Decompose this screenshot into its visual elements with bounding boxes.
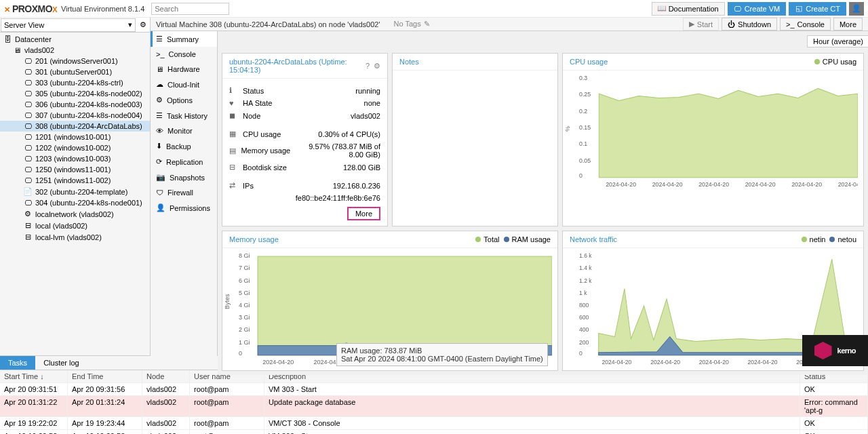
node-icon: 🖥 <box>12 46 22 54</box>
node-icon: 🖵 <box>23 176 33 184</box>
shutdown-button[interactable]: ⏻Shutdown <box>722 18 777 31</box>
node-label: 308 (ubuntu-2204-ArcDataLabs) <box>35 122 142 130</box>
tree-node[interactable]: ⚙localnetwork (vlads002) <box>0 208 150 220</box>
view-selector[interactable]: Server View▾ <box>1 18 136 32</box>
tree-node[interactable]: 🖵1250 (windows11-001) <box>0 164 150 175</box>
log-header-cell[interactable]: End Time <box>68 370 142 382</box>
tab-hardware[interactable]: 🖥Hardware <box>151 62 217 77</box>
tree-node[interactable]: 🖵306 (ubuntu-2204-k8s-node003) <box>0 99 150 110</box>
top-bar: ✕ PROXMOX Virtual Environment 8.1.4 📖Doc… <box>0 0 868 18</box>
gear-icon: ⚙ <box>140 20 146 29</box>
logo: ✕ PROXMOX <box>4 3 57 14</box>
tree-node[interactable]: 🖵1203 (windows10-003) <box>0 153 150 164</box>
tab-icon: 👁 <box>156 127 163 135</box>
tasks-tab[interactable]: Tasks <box>0 356 35 370</box>
tab-cloud-init[interactable]: ☁Cloud-Init <box>151 77 217 92</box>
svg-text:0: 0 <box>239 350 242 357</box>
tab-options[interactable]: ⚙Options <box>151 92 217 108</box>
node-icon: 🖵 <box>23 79 33 87</box>
tab-snapshots[interactable]: 📷Snapshots <box>151 170 217 185</box>
create-vm-button[interactable]: 🖵Create VM <box>728 2 787 16</box>
tree-node[interactable]: ⊟local (vlads002) <box>0 220 150 231</box>
help-icon[interactable]: ? <box>366 62 370 71</box>
tree-node[interactable]: 🖵1202 (windows10-002) <box>0 142 150 153</box>
tree-node[interactable]: 🖥vlads002 <box>0 45 150 56</box>
log-row[interactable]: Apr 19 19:22:02Apr 19 19:23:44vlads002ro… <box>0 417 868 430</box>
tab-firewall[interactable]: 🛡Firewall <box>151 185 217 200</box>
tree-node[interactable]: 🖵301 (ubuntuServer001) <box>0 66 150 77</box>
user-menu[interactable]: 👤 <box>849 2 864 16</box>
tree-node[interactable]: ⊟local-lvm (vlads002) <box>0 231 150 243</box>
tree-node[interactable]: 🖵307 (ubuntu-2204-k8s-node004) <box>0 110 150 121</box>
node-icon: 🖵 <box>23 100 33 108</box>
power-icon: ⏻ <box>728 20 735 28</box>
tree-node[interactable]: 📄302 (ubuntu-2204-template) <box>0 186 150 197</box>
node-icon: 🖵 <box>23 144 33 152</box>
tree-node[interactable]: 🖵305 (ubuntu-2204-k8s-node002) <box>0 88 150 99</box>
svg-text:8 Gi: 8 Gi <box>239 252 250 259</box>
status-row: ℹStatusrunning <box>229 84 380 97</box>
tree-node[interactable]: 🖵201 (windowsServer001) <box>0 56 150 66</box>
tab-icon: 👤 <box>156 203 165 212</box>
node-label: 307 (ubuntu-2204-k8s-node004) <box>35 111 142 119</box>
svg-text:0: 0 <box>579 350 583 357</box>
node-label: 301 (ubuntuServer001) <box>35 68 112 76</box>
node-label: 304 (ubuntu-2204-k8s-node001) <box>35 199 142 207</box>
more-actions-button[interactable]: More <box>833 18 863 31</box>
tab-menu: ☰Summary>_Console🖥Hardware☁Cloud-Init⚙Op… <box>151 31 218 375</box>
cluster-log-tab[interactable]: Cluster log <box>35 356 87 370</box>
cpu-chart: % 0.30.250.20.150.10.050 2024-04-202024-… <box>563 71 863 193</box>
svg-text:0.3: 0.3 <box>579 75 587 81</box>
svg-text:2024-04-20: 2024-04-20 <box>601 359 631 366</box>
edit-tags-icon[interactable]: ✎ <box>424 20 430 28</box>
play-icon: ▶ <box>689 20 694 28</box>
tab-icon: ☰ <box>156 111 163 120</box>
log-row[interactable]: Apr 19 19:20:52Apr 19 19:20:53vlads002ro… <box>0 430 868 434</box>
tree-node[interactable]: 🗄Datacenter <box>0 34 150 45</box>
node-label: 1201 (windows10-001) <box>35 133 111 141</box>
net-chart-title: Network traffic <box>570 235 617 243</box>
create-ct-button[interactable]: ◱Create CT <box>789 2 846 16</box>
tab-task-history[interactable]: ☰Task History <box>151 108 217 123</box>
svg-text:3 Gi: 3 Gi <box>239 314 250 321</box>
tree-settings-button[interactable]: ⚙ <box>136 18 150 32</box>
tab-replication[interactable]: ⟳Replication <box>151 154 217 170</box>
tree-node[interactable]: 🖵1251 (windows11-002) <box>0 175 150 186</box>
svg-text:0.2: 0.2 <box>579 108 587 115</box>
node-label: local-lvm (vlads002) <box>35 233 102 241</box>
status-title: ubuntu-2204-ArcDataLabs (Uptime: 15:04:1… <box>229 58 366 74</box>
start-button[interactable]: ▶Start <box>683 18 719 31</box>
svg-text:1 k: 1 k <box>579 290 587 296</box>
documentation-button[interactable]: 📖Documentation <box>652 2 725 16</box>
console-button[interactable]: >_Console <box>780 18 831 31</box>
gear-icon[interactable]: ⚙ <box>374 62 380 71</box>
node-label: 302 (ubuntu-2204-template) <box>35 188 127 196</box>
log-row[interactable]: Apr 20 09:31:51Apr 20 09:31:56vlads002ro… <box>0 383 868 396</box>
log-header-cell[interactable]: Start Time ↓ <box>0 370 68 382</box>
node-label: 201 (windowsServer001) <box>35 57 118 65</box>
tab-console[interactable]: >_Console <box>151 47 217 62</box>
node-label: Datacenter <box>15 35 52 43</box>
tree-node[interactable]: 🖵308 (ubuntu-2204-ArcDataLabs) <box>0 121 150 132</box>
status-row: ⊟Bootdisk size128.00 GiB <box>229 161 380 174</box>
tab-backup[interactable]: ⬇Backup <box>151 138 217 154</box>
svg-text:4 Gi: 4 Gi <box>239 302 250 309</box>
tab-monitor[interactable]: 👁Monitor <box>151 123 217 138</box>
tab-summary[interactable]: ☰Summary <box>151 31 217 47</box>
tab-label: Summary <box>167 35 199 43</box>
tab-permissions[interactable]: 👤Permissions <box>151 200 217 216</box>
timerange-select[interactable]: Hour (average) <box>807 35 868 47</box>
tree-node[interactable]: 🖵303 (ubuntu-2204-k8s-ctrl) <box>0 77 150 88</box>
search-input[interactable] <box>151 3 229 15</box>
svg-text:0: 0 <box>579 172 583 179</box>
resource-tree-panel: Server View▾ ⚙ 🗄Datacenter🖥vlads002🖵201 … <box>0 18 151 355</box>
log-header-cell[interactable]: Node <box>142 370 190 382</box>
node-icon: 🖵 <box>23 122 33 130</box>
cpu-legend: CPU usag <box>814 58 856 66</box>
tree-node[interactable]: 🖵304 (ubuntu-2204-k8s-node001) <box>0 197 150 208</box>
log-row[interactable]: Apr 20 01:31:22Apr 20 01:31:24vlads002ro… <box>0 396 868 417</box>
tree-node[interactable]: 🖵1201 (windows10-001) <box>0 132 150 142</box>
node-label: 305 (ubuntu-2204-k8s-node002) <box>35 90 142 98</box>
node-label: 1202 (windows10-002) <box>35 144 111 152</box>
ips-more-button[interactable]: More <box>347 207 380 220</box>
